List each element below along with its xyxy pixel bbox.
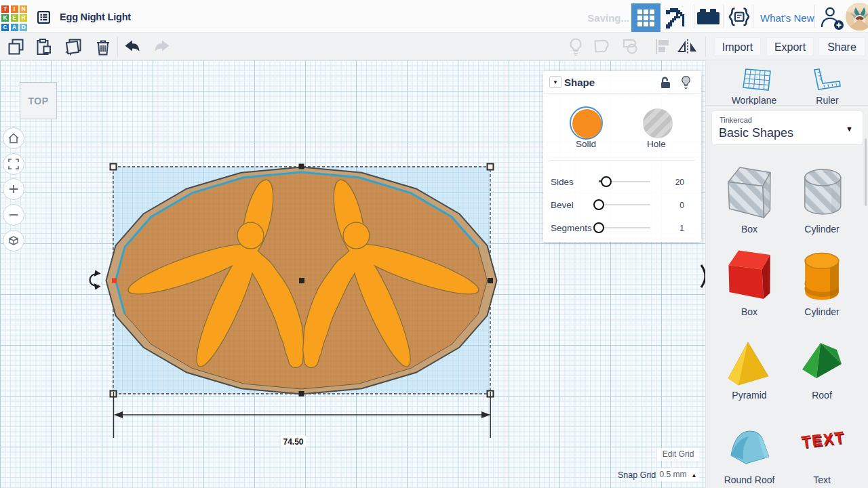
- svg-text:74.50: 74.50: [283, 437, 303, 447]
